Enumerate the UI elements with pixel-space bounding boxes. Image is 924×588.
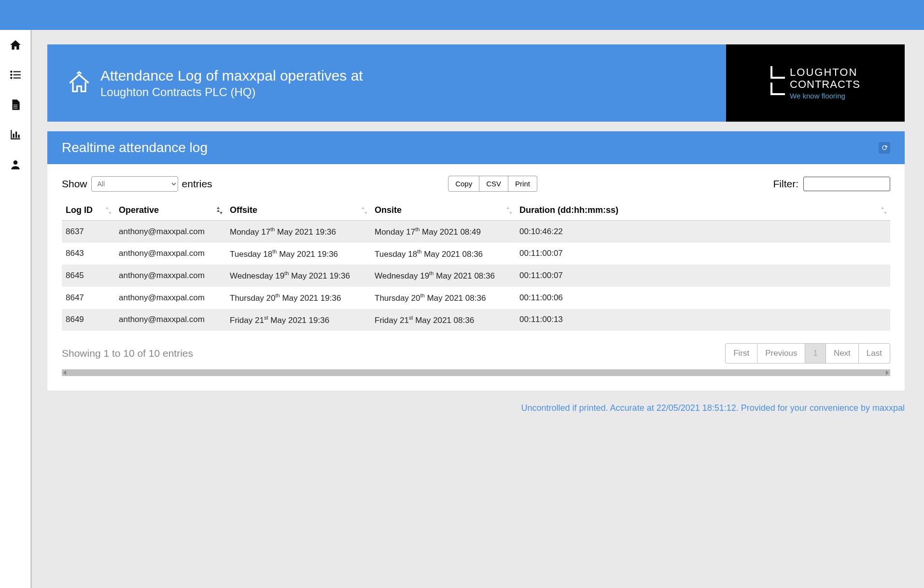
cell-operative: anthony@maxxpal.com [115, 309, 226, 331]
chart-icon[interactable] [9, 128, 22, 141]
col-offsite[interactable]: Offsite [226, 200, 371, 221]
cell-onsite: Monday 17th May 2021 08:49 [371, 221, 516, 243]
show-label-pre: Show [62, 178, 87, 190]
main-content: Attendance Log of maxxpal operatives at … [31, 30, 924, 588]
home-icon[interactable] [9, 39, 22, 51]
table-row: 8649anthony@maxxpal.comFriday 21st May 2… [62, 309, 890, 331]
entries-select[interactable]: All [91, 176, 178, 192]
csv-button[interactable]: CSV [479, 176, 508, 192]
show-label-post: entries [182, 178, 212, 190]
page-subtitle: Loughton Contracts PLC (HQ) [100, 85, 363, 99]
attendance-panel: Realtime attendance log Show All entries [47, 131, 905, 391]
cell-log-id: 8649 [62, 309, 115, 331]
cell-duration: 00:11:00:13 [516, 309, 890, 331]
page-1[interactable]: 1 [805, 343, 826, 364]
col-log-id[interactable]: Log ID [62, 200, 115, 221]
page-title: Attendance Log of maxxpal operatives at [100, 68, 363, 84]
user-icon[interactable] [9, 158, 22, 171]
cell-log-id: 8637 [62, 221, 115, 243]
logo-tagline: We know flooring [790, 92, 860, 100]
document-icon[interactable] [9, 98, 22, 111]
filter: Filter: [773, 177, 891, 191]
page-prev[interactable]: Previous [757, 343, 805, 364]
sort-icon [361, 207, 368, 214]
table-row: 8643anthony@maxxpal.comTuesday 18th May … [62, 243, 890, 265]
cell-onsite: Wednesday 19th May 2021 08:36 [371, 265, 516, 287]
cell-onsite: Thursday 20th May 2021 08:36 [371, 287, 516, 309]
pagination: First Previous 1 Next Last [725, 343, 890, 364]
cell-duration: 00:11:00:06 [516, 287, 890, 309]
cell-onsite: Tuesday 18th May 2021 08:36 [371, 243, 516, 265]
horizontal-scrollbar[interactable] [62, 369, 890, 376]
table-row: 8645anthony@maxxpal.comWednesday 19th Ma… [62, 265, 890, 287]
disclaimer-text: Uncontrolled if printed. Accurate at 22/… [47, 403, 905, 413]
svg-rect-6 [13, 134, 14, 138]
cell-offsite: Wednesday 19th May 2021 19:36 [226, 265, 371, 287]
attendance-table: Log ID Operative Offsite [62, 200, 890, 331]
company-logo: LOUGHTON CONTRACTS We know flooring [726, 44, 905, 122]
cell-log-id: 8647 [62, 287, 115, 309]
cell-offsite: Friday 21st May 2021 19:36 [226, 309, 371, 331]
list-icon[interactable] [9, 69, 22, 81]
cell-operative: anthony@maxxpal.com [115, 287, 226, 309]
logo-mark-icon [770, 66, 785, 95]
col-onsite[interactable]: Onsite [371, 200, 516, 221]
logo-line1: LOUGHTON [790, 66, 860, 78]
cell-log-id: 8643 [62, 243, 115, 265]
col-operative[interactable]: Operative [115, 200, 226, 221]
page-first[interactable]: First [725, 343, 757, 364]
page-next[interactable]: Next [826, 343, 859, 364]
cell-log-id: 8645 [62, 265, 115, 287]
table-row: 8647anthony@maxxpal.comThursday 20th May… [62, 287, 890, 309]
cell-offsite: Tuesday 18th May 2021 19:36 [226, 243, 371, 265]
sort-icon [881, 207, 887, 214]
table-row: 8637anthony@maxxpal.comMonday 17th May 2… [62, 221, 890, 243]
topbar [0, 0, 924, 30]
refresh-button[interactable] [879, 142, 890, 154]
filter-input[interactable] [803, 177, 890, 191]
copy-button[interactable]: Copy [448, 176, 479, 192]
entries-length: Show All entries [62, 176, 212, 192]
svg-rect-7 [15, 132, 17, 138]
sort-icon [105, 207, 112, 214]
print-button[interactable]: Print [508, 176, 537, 192]
col-duration[interactable]: Duration (dd:hh:mm:ss) [516, 200, 890, 221]
cell-offsite: Thursday 20th May 2021 19:36 [226, 287, 371, 309]
cell-duration: 00:11:00:07 [516, 265, 890, 287]
house-outline-icon [67, 70, 92, 96]
svg-rect-3 [13, 74, 20, 75]
page-header: Attendance Log of maxxpal operatives at … [47, 44, 905, 122]
showing-info: Showing 1 to 10 of 10 entries [62, 348, 193, 359]
svg-point-9 [13, 160, 17, 165]
sidenav [0, 30, 31, 588]
svg-point-2 [10, 74, 12, 76]
svg-rect-1 [13, 71, 20, 72]
svg-point-0 [10, 70, 12, 72]
cell-operative: anthony@maxxpal.com [115, 265, 226, 287]
cell-duration: 00:10:46:22 [516, 221, 890, 243]
page-last[interactable]: Last [859, 343, 890, 364]
export-buttons: Copy CSV Print [448, 176, 537, 192]
refresh-icon [881, 144, 888, 151]
cell-operative: anthony@maxxpal.com [115, 243, 226, 265]
svg-point-4 [10, 77, 12, 79]
sort-icon [506, 207, 513, 214]
cell-offsite: Monday 17th May 2021 19:36 [226, 221, 371, 243]
cell-duration: 00:11:00:07 [516, 243, 890, 265]
logo-line2: CONTRACTS [790, 78, 860, 90]
cell-operative: anthony@maxxpal.com [115, 221, 226, 243]
cell-onsite: Friday 21st May 2021 08:36 [371, 309, 516, 331]
panel-title: Realtime attendance log [62, 140, 208, 155]
filter-label: Filter: [773, 178, 799, 190]
svg-rect-8 [18, 135, 19, 138]
svg-rect-5 [13, 77, 20, 78]
sort-desc-icon [216, 207, 223, 214]
